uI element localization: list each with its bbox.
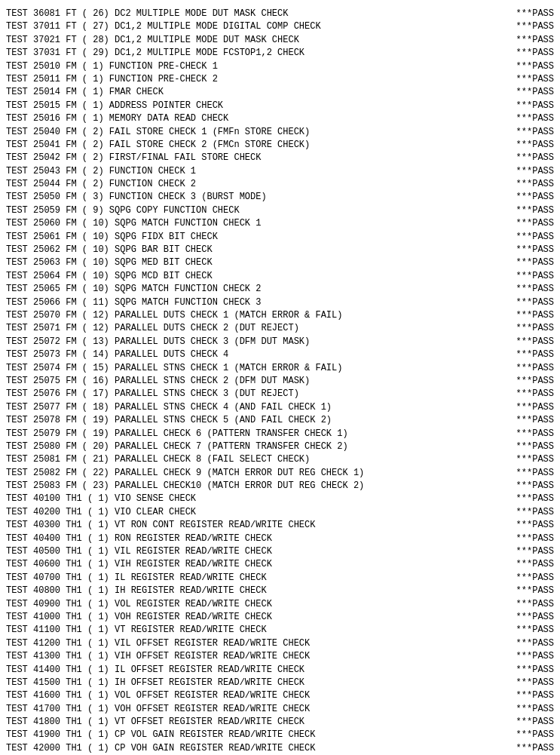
table-row: TEST 25040 FM ( 2) FAIL STORE CHECK 1 (F… [6, 126, 554, 139]
test-result: ***PASS [516, 86, 554, 99]
test-result: ***PASS [516, 47, 554, 60]
table-row: TEST 41200 TH1 ( 1) VIL OFFSET REGISTER … [6, 637, 554, 650]
test-description: TEST 25044 FM ( 2) FUNCTION CHECK 2 [6, 178, 510, 191]
test-description: TEST 41000 TH1 ( 1) VOH REGISTER READ/WR… [6, 611, 510, 624]
test-description: TEST 41600 TH1 ( 1) VOL OFFSET REGISTER … [6, 689, 510, 702]
test-result: ***PASS [516, 388, 554, 401]
test-description: TEST 40100 TH1 ( 1) VIO SENSE CHECK [6, 493, 510, 505]
test-description: TEST 41100 TH1 ( 1) VT REGISTER READ/WRI… [6, 624, 510, 637]
table-row: TEST 37011 FT ( 27) DC1,2 MULTIPLE MODE … [6, 20, 554, 33]
test-result: ***PASS [516, 572, 554, 585]
table-row: TEST 25078 FM ( 19) PARALLEL STNS CHECK … [6, 414, 554, 427]
test-description: TEST 40400 TH1 ( 1) RON REGISTER READ/WR… [6, 532, 510, 545]
test-result: ***PASS [516, 519, 554, 532]
table-row: TEST 25015 FM ( 1) ADDRESS POINTER CHECK… [6, 100, 554, 112]
test-result: ***PASS [516, 112, 554, 125]
test-description: TEST 41200 TH1 ( 1) VIL OFFSET REGISTER … [6, 637, 510, 650]
test-result: ***PASS [516, 440, 554, 453]
table-row: TEST 40600 TH1 ( 1) VIH REGISTER READ/WR… [6, 558, 554, 571]
test-result: ***PASS [516, 453, 554, 466]
test-result: ***PASS [516, 742, 554, 755]
table-row: TEST 25083 FM ( 23) PARALLEL CHECK10 (MA… [6, 480, 554, 493]
test-result: ***PASS [516, 716, 554, 729]
test-description: TEST 25075 FM ( 16) PARALLEL STNS CHECK … [6, 375, 510, 388]
test-description: TEST 37031 FT ( 29) DC1,2 MULTIPLE MODE … [6, 47, 510, 60]
table-row: TEST 25071 FM ( 12) PARALLEL DUTS CHECK … [6, 322, 554, 335]
test-description: TEST 37011 FT ( 27) DC1,2 MULTIPLE MODE … [6, 20, 510, 33]
test-result: ***PASS [516, 467, 554, 480]
test-result: ***PASS [516, 191, 554, 204]
table-row: TEST 25072 FM ( 13) PARALLEL DUTS CHECK … [6, 336, 554, 348]
test-result: ***PASS [516, 178, 554, 191]
test-description: TEST 25072 FM ( 13) PARALLEL DUTS CHECK … [6, 336, 510, 348]
test-description: TEST 25062 FM ( 10) SQPG BAR BIT CHECK [6, 244, 510, 256]
test-result: ***PASS [516, 677, 554, 689]
test-result: ***PASS [516, 650, 554, 663]
table-row: TEST 25081 FM ( 21) PARALLEL CHECK 8 (FA… [6, 453, 554, 466]
table-row: TEST 25082 FM ( 22) PARALLEL CHECK 9 (MA… [6, 467, 554, 480]
test-result: ***PASS [516, 139, 554, 152]
table-row: TEST 25059 FM ( 9) SQPG COPY FUNCTION CH… [6, 204, 554, 217]
test-description: TEST 41300 TH1 ( 1) VIH OFFSET REGISTER … [6, 650, 510, 663]
test-result: ***PASS [516, 480, 554, 493]
test-description: TEST 25064 FM ( 10) SQPG MCD BIT CHECK [6, 270, 510, 283]
test-result: ***PASS [516, 283, 554, 296]
table-row: TEST 25061 FM ( 10) SQPG FIDX BIT CHECK*… [6, 231, 554, 244]
test-result: ***PASS [516, 165, 554, 178]
test-result: ***PASS [516, 231, 554, 244]
test-description: TEST 40700 TH1 ( 1) IL REGISTER READ/WRI… [6, 572, 510, 585]
table-row: TEST 40400 TH1 ( 1) RON REGISTER READ/WR… [6, 532, 554, 545]
test-description: TEST 41500 TH1 ( 1) IH OFFSET REGISTER R… [6, 677, 510, 689]
test-description: TEST 25042 FM ( 2) FIRST/FINAL FAIL STOR… [6, 152, 510, 164]
table-row: TEST 25016 FM ( 1) MEMORY DATA READ CHEC… [6, 112, 554, 125]
test-result: ***PASS [516, 729, 554, 741]
test-result: ***PASS [516, 428, 554, 440]
table-row: TEST 40900 TH1 ( 1) VOL REGISTER READ/WR… [6, 598, 554, 611]
test-result: ***PASS [516, 375, 554, 388]
table-row: TEST 25065 FM ( 10) SQPG MATCH FUNCTION … [6, 283, 554, 296]
test-description: TEST 41900 TH1 ( 1) CP VOL GAIN REGISTER… [6, 729, 510, 741]
test-result: ***PASS [516, 414, 554, 427]
test-result: ***PASS [516, 664, 554, 677]
test-result: ***PASS [516, 204, 554, 217]
table-row: TEST 25080 FM ( 20) PARALLEL CHECK 7 (PA… [6, 440, 554, 453]
table-row: TEST 25064 FM ( 10) SQPG MCD BIT CHECK**… [6, 270, 554, 283]
test-description: TEST 40300 TH1 ( 1) VT RON CONT REGISTER… [6, 519, 510, 532]
test-description: TEST 40800 TH1 ( 1) IH REGISTER READ/WRI… [6, 585, 510, 597]
test-result: ***PASS [516, 244, 554, 256]
test-description: TEST 25063 FM ( 10) SQPG MED BIT CHECK [6, 256, 510, 269]
test-description: TEST 25078 FM ( 19) PARALLEL STNS CHECK … [6, 414, 510, 427]
table-row: TEST 36081 FT ( 26) DC2 MULTIPLE MODE DU… [6, 8, 554, 20]
test-result: ***PASS [516, 152, 554, 164]
test-description: TEST 25065 FM ( 10) SQPG MATCH FUNCTION … [6, 283, 510, 296]
table-row: TEST 40800 TH1 ( 1) IH REGISTER READ/WRI… [6, 585, 554, 597]
test-description: TEST 25059 FM ( 9) SQPG COPY FUNCTION CH… [6, 204, 510, 217]
test-description: TEST 25041 FM ( 2) FAIL STORE CHECK 2 (F… [6, 139, 510, 152]
table-row: TEST 25074 FM ( 15) PARALLEL STNS CHECK … [6, 362, 554, 375]
test-description: TEST 25071 FM ( 12) PARALLEL DUTS CHECK … [6, 322, 510, 335]
table-row: TEST 40300 TH1 ( 1) VT RON CONT REGISTER… [6, 519, 554, 532]
table-row: TEST 40200 TH1 ( 1) VIO CLEAR CHECK***PA… [6, 506, 554, 519]
table-row: TEST 40100 TH1 ( 1) VIO SENSE CHECK***PA… [6, 493, 554, 505]
test-result: ***PASS [516, 348, 554, 361]
test-description: TEST 25081 FM ( 21) PARALLEL CHECK 8 (FA… [6, 453, 510, 466]
test-description: TEST 25083 FM ( 23) PARALLEL CHECK10 (MA… [6, 480, 510, 493]
table-row: TEST 41500 TH1 ( 1) IH OFFSET REGISTER R… [6, 677, 554, 689]
table-row: TEST 37021 FT ( 28) DC1,2 MULTIPLE MODE … [6, 34, 554, 47]
table-row: TEST 25011 FM ( 1) FUNCTION PRE-CHECK 2*… [6, 73, 554, 86]
table-row: TEST 25070 FM ( 12) PARALLEL DUTS CHECK … [6, 309, 554, 322]
table-row: TEST 40500 TH1 ( 1) VIL REGISTER READ/WR… [6, 545, 554, 558]
test-description: TEST 25070 FM ( 12) PARALLEL DUTS CHECK … [6, 309, 510, 322]
table-row: TEST 25014 FM ( 1) FMAR CHECK***PASS [6, 86, 554, 99]
test-description: TEST 25079 FM ( 19) PARALLEL CHECK 6 (PA… [6, 428, 510, 440]
test-result: ***PASS [516, 689, 554, 702]
test-description: TEST 42000 TH1 ( 1) CP VOH GAIN REGISTER… [6, 742, 510, 755]
table-row: TEST 42000 TH1 ( 1) CP VOH GAIN REGISTER… [6, 742, 554, 755]
test-result: ***PASS [516, 217, 554, 230]
test-result: ***PASS [516, 362, 554, 375]
table-row: TEST 41000 TH1 ( 1) VOH REGISTER READ/WR… [6, 611, 554, 624]
test-description: TEST 41400 TH1 ( 1) IL OFFSET REGISTER R… [6, 664, 510, 677]
test-description: TEST 36081 FT ( 26) DC2 MULTIPLE MODE DU… [6, 8, 510, 20]
test-result: ***PASS [516, 34, 554, 47]
test-result: ***PASS [516, 336, 554, 348]
